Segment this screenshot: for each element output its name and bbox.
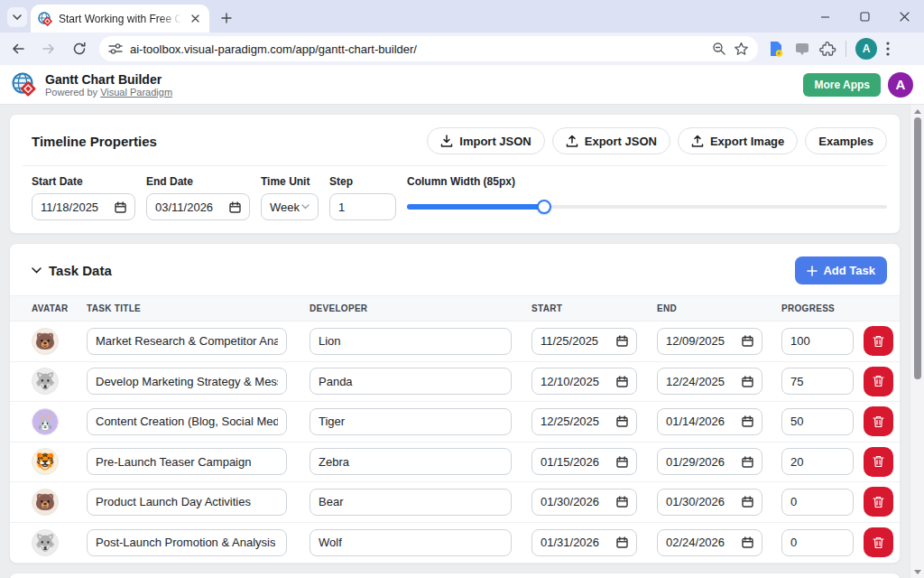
browser-toolbar: ai-toolbox.visual-paradigm.com/app/gantt…: [0, 33, 924, 65]
table-row: 🐻 Market Research & Competitor Analysis …: [10, 322, 900, 362]
calendar-icon[interactable]: [616, 456, 628, 468]
chevron-down-icon: [301, 204, 310, 210]
task-title-input[interactable]: Content Creation (Blog, Social Media, Vi…: [87, 408, 287, 435]
slider-handle[interactable]: [537, 200, 551, 214]
extensions-puzzle-icon[interactable]: [819, 41, 836, 58]
developer-input[interactable]: Bear: [310, 489, 512, 516]
developer-input[interactable]: Panda: [310, 368, 512, 395]
tab-search-button[interactable]: [7, 7, 27, 27]
reload-button[interactable]: [67, 36, 92, 61]
delete-task-button[interactable]: [864, 406, 893, 436]
column-width-slider[interactable]: [407, 193, 887, 220]
start-date-input[interactable]: 01/31/2026: [531, 529, 637, 556]
add-task-button[interactable]: Add Task: [795, 256, 887, 284]
progress-input[interactable]: 75: [781, 368, 854, 395]
table-row: 🐺 Develop Marketing Strategy & Messaging…: [10, 362, 900, 403]
end-date-input[interactable]: 03/11/2026: [146, 193, 250, 220]
calendar-icon[interactable]: [115, 201, 126, 213]
zoom-out-icon[interactable]: [712, 42, 726, 56]
powered-by: Powered by Visual Paradigm: [45, 87, 172, 98]
time-unit-select[interactable]: Week: [261, 193, 319, 220]
url-text[interactable]: ai-toolbox.visual-paradigm.com/app/gantt…: [130, 42, 705, 56]
end-date-input[interactable]: 02/24/2026: [657, 529, 762, 556]
docs-offline-extension-icon[interactable]: [767, 40, 785, 58]
app-user-avatar[interactable]: A: [888, 72, 913, 98]
close-window-button[interactable]: [884, 0, 924, 33]
chat-extension-icon[interactable]: [794, 41, 810, 57]
browser-tab[interactable]: Start Working with Free Online: [31, 5, 209, 33]
progress-input[interactable]: 50: [781, 408, 854, 435]
page-scrollbar[interactable]: [910, 105, 924, 578]
start-date-input[interactable]: 01/30/2026: [531, 489, 637, 516]
table-row: 🐯 Pre-Launch Teaser Campaign Zebra 01/15…: [10, 443, 900, 483]
scrollbar-down-arrow[interactable]: [910, 565, 924, 578]
collapse-chevron-icon[interactable]: [32, 267, 42, 274]
calendar-icon[interactable]: [616, 376, 628, 387]
more-apps-button[interactable]: More Apps: [803, 73, 881, 97]
site-settings-icon[interactable]: [108, 42, 123, 55]
scrollbar-thumb[interactable]: [914, 117, 921, 379]
delete-task-button[interactable]: [864, 367, 893, 396]
developer-input[interactable]: Lion: [310, 328, 512, 355]
progress-input[interactable]: 20: [781, 448, 854, 475]
avatar: 🐺: [32, 368, 59, 395]
visual-paradigm-link[interactable]: Visual Paradigm: [100, 87, 172, 98]
minimize-button[interactable]: [805, 0, 845, 33]
start-date-input[interactable]: 01/15/2026: [531, 448, 637, 475]
browser-profile-avatar[interactable]: A: [855, 38, 877, 60]
progress-input[interactable]: 0: [781, 489, 854, 516]
end-date-input[interactable]: 12/09/2025: [657, 328, 762, 355]
developer-input[interactable]: Tiger: [310, 408, 512, 435]
import-json-button[interactable]: Import JSON: [427, 127, 544, 154]
calendar-icon[interactable]: [616, 335, 628, 347]
calendar-icon[interactable]: [742, 536, 753, 548]
new-tab-button[interactable]: [217, 8, 236, 28]
calendar-icon[interactable]: [616, 536, 628, 548]
page-content: Timeline Properties Import JSON Export J…: [0, 105, 910, 578]
start-date-input[interactable]: 12/25/2025: [531, 408, 637, 435]
end-date-input[interactable]: 12/24/2025: [657, 368, 762, 395]
back-button[interactable]: [5, 36, 31, 61]
end-date-input[interactable]: 01/14/2026: [657, 408, 762, 435]
app-title-block: Gantt Chart Builder Powered by Visual Pa…: [45, 72, 172, 98]
bookmark-star-icon[interactable]: [734, 42, 749, 57]
export-image-button[interactable]: Export Image: [678, 127, 798, 154]
calendar-icon[interactable]: [742, 496, 753, 508]
task-title-input[interactable]: Pre-Launch Teaser Campaign: [87, 448, 287, 475]
progress-input[interactable]: 0: [781, 529, 854, 556]
developer-input[interactable]: Wolf: [310, 529, 512, 556]
table-row: 🐺 Post-Launch Promotion & Analysis Wolf …: [10, 523, 900, 564]
delete-task-button[interactable]: [864, 326, 893, 356]
avatar: 🐻: [32, 328, 59, 355]
task-title-input[interactable]: Market Research & Competitor Analysis: [87, 328, 287, 355]
forward-button[interactable]: [36, 36, 61, 61]
developer-input[interactable]: Zebra: [310, 448, 512, 475]
maximize-button[interactable]: [845, 0, 884, 33]
step-input[interactable]: 1: [329, 193, 396, 220]
examples-button[interactable]: Examples: [805, 127, 887, 154]
calendar-icon[interactable]: [742, 376, 753, 387]
scrollbar-up-arrow[interactable]: [910, 105, 924, 117]
task-title-input[interactable]: Product Launch Day Activities: [87, 489, 287, 516]
calendar-icon[interactable]: [742, 415, 753, 427]
calendar-icon[interactable]: [616, 496, 628, 508]
start-date-input[interactable]: 11/18/2025: [32, 193, 135, 220]
address-bar[interactable]: ai-toolbox.visual-paradigm.com/app/gantt…: [99, 36, 758, 61]
browser-menu-icon[interactable]: [886, 42, 890, 56]
calendar-icon[interactable]: [616, 415, 628, 427]
delete-task-button[interactable]: [864, 527, 893, 557]
start-date-input[interactable]: 11/25/2025: [531, 328, 637, 355]
end-date-input[interactable]: 01/29/2026: [657, 448, 762, 475]
task-title-input[interactable]: Post-Launch Promotion & Analysis: [87, 529, 287, 556]
calendar-icon[interactable]: [742, 456, 753, 468]
calendar-icon[interactable]: [742, 335, 753, 347]
start-date-input[interactable]: 12/10/2025: [531, 368, 637, 395]
tab-close-icon[interactable]: [188, 12, 202, 26]
delete-task-button[interactable]: [864, 447, 893, 477]
progress-input[interactable]: 100: [781, 328, 854, 355]
task-title-input[interactable]: Develop Marketing Strategy & Messaging: [87, 368, 287, 395]
calendar-icon[interactable]: [229, 201, 241, 213]
end-date-input[interactable]: 01/30/2026: [657, 489, 762, 516]
delete-task-button[interactable]: [864, 487, 893, 517]
export-json-button[interactable]: Export JSON: [552, 127, 670, 154]
